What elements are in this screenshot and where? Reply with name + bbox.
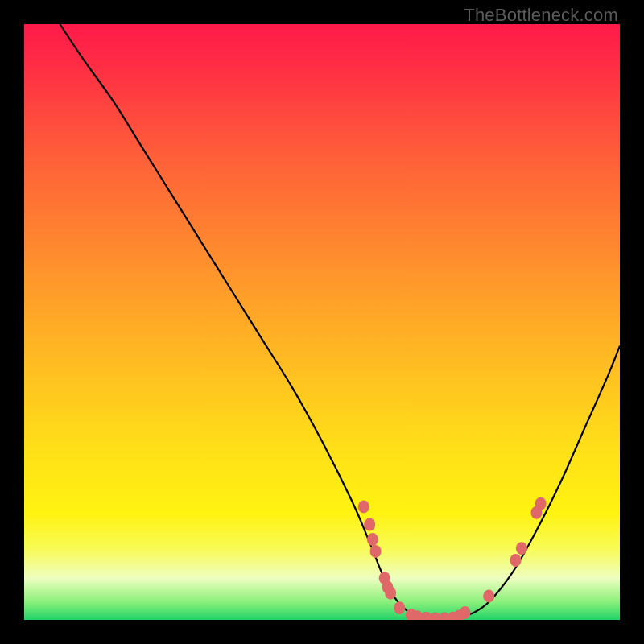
watermark-text: TheBottleneck.com [464, 5, 618, 26]
curve-marker [367, 533, 378, 546]
curve-marker [535, 497, 547, 510]
curve-marker [364, 518, 375, 531]
curve-marker [483, 589, 494, 602]
curve-layer [24, 24, 620, 620]
curve-marker [460, 606, 471, 619]
curve-marker [516, 542, 527, 555]
curve-marker [394, 601, 405, 614]
curve-marker [370, 545, 382, 558]
plot-area [24, 24, 620, 620]
bottleneck-curve [60, 24, 620, 620]
curve-marker [358, 500, 369, 513]
chart-stage: TheBottleneck.com [0, 0, 644, 644]
curve-marker [385, 587, 396, 600]
curve-marker [510, 554, 522, 567]
curve-markers [358, 497, 547, 620]
